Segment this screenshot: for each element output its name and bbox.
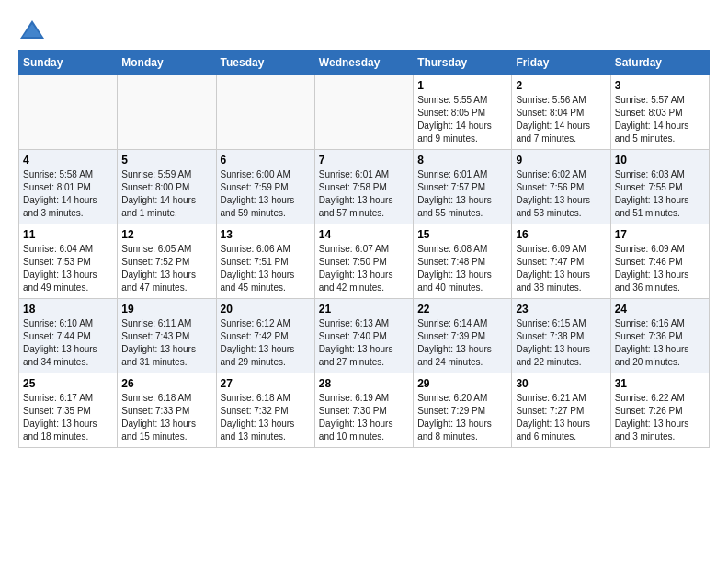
day-info: Sunrise: 6:21 AM Sunset: 7:27 PM Dayligh… [516,392,606,443]
calendar-cell: 8Sunrise: 6:01 AM Sunset: 7:57 PM Daylig… [414,150,512,224]
day-number: 24 [615,303,705,316]
calendar-cell: 13Sunrise: 6:06 AM Sunset: 7:51 PM Dayli… [216,224,314,299]
calendar-cell: 20Sunrise: 6:12 AM Sunset: 7:42 PM Dayli… [216,299,314,373]
calendar-cell: 23Sunrise: 6:15 AM Sunset: 7:38 PM Dayli… [512,299,610,373]
calendar-cell: 26Sunrise: 6:18 AM Sunset: 7:33 PM Dayli… [118,373,216,448]
day-info: Sunrise: 6:15 AM Sunset: 7:38 PM Dayligh… [516,317,606,369]
day-number: 16 [516,228,606,241]
day-number: 2 [516,79,606,92]
calendar-cell: 11Sunrise: 6:04 AM Sunset: 7:53 PM Dayli… [19,224,118,299]
day-number: 6 [221,154,311,167]
weekday-header-row: SundayMondayTuesdayWednesdayThursdayFrid… [19,51,710,75]
day-number: 27 [221,377,311,390]
day-number: 31 [615,377,705,390]
header [18,18,710,40]
calendar-cell: 19Sunrise: 6:11 AM Sunset: 7:43 PM Dayli… [118,299,216,373]
day-info: Sunrise: 6:16 AM Sunset: 7:36 PM Dayligh… [615,317,705,369]
calendar-cell: 18Sunrise: 6:10 AM Sunset: 7:44 PM Dayli… [19,299,118,373]
calendar-cell: 3Sunrise: 5:57 AM Sunset: 8:03 PM Daylig… [610,75,709,150]
calendar-cell: 29Sunrise: 6:20 AM Sunset: 7:29 PM Dayli… [414,373,512,448]
day-number: 1 [417,79,507,92]
calendar-cell [314,75,413,150]
day-number: 15 [417,228,507,241]
day-info: Sunrise: 6:08 AM Sunset: 7:48 PM Dayligh… [417,243,507,294]
calendar-cell: 24Sunrise: 6:16 AM Sunset: 7:36 PM Dayli… [610,299,709,373]
calendar-cell: 21Sunrise: 6:13 AM Sunset: 7:40 PM Dayli… [314,299,413,373]
day-number: 13 [221,228,311,241]
day-info: Sunrise: 6:18 AM Sunset: 7:32 PM Dayligh… [221,392,311,443]
calendar-cell: 15Sunrise: 6:08 AM Sunset: 7:48 PM Dayli… [414,224,512,299]
weekday-header-wednesday: Wednesday [314,51,413,75]
day-info: Sunrise: 6:09 AM Sunset: 7:47 PM Dayligh… [516,243,606,294]
day-number: 19 [121,303,211,316]
day-number: 7 [319,154,409,167]
weekday-header-saturday: Saturday [610,51,709,75]
day-number: 4 [23,154,113,167]
day-info: Sunrise: 6:04 AM Sunset: 7:53 PM Dayligh… [23,243,113,294]
day-number: 10 [615,154,705,167]
calendar-cell [216,75,314,150]
day-number: 26 [121,377,211,390]
day-info: Sunrise: 6:22 AM Sunset: 7:26 PM Dayligh… [615,392,705,443]
day-number: 21 [319,303,409,316]
day-info: Sunrise: 6:14 AM Sunset: 7:39 PM Dayligh… [417,317,507,369]
weekday-header-friday: Friday [512,51,610,75]
calendar-cell [118,75,216,150]
day-number: 3 [615,79,705,92]
calendar-cell: 28Sunrise: 6:19 AM Sunset: 7:30 PM Dayli… [314,373,413,448]
calendar-cell: 25Sunrise: 6:17 AM Sunset: 7:35 PM Dayli… [19,373,118,448]
day-info: Sunrise: 6:00 AM Sunset: 7:59 PM Dayligh… [221,168,311,220]
day-info: Sunrise: 6:09 AM Sunset: 7:46 PM Dayligh… [615,243,705,294]
day-info: Sunrise: 6:03 AM Sunset: 7:55 PM Dayligh… [615,168,705,220]
calendar-cell [19,75,118,150]
day-info: Sunrise: 6:20 AM Sunset: 7:29 PM Dayligh… [417,392,507,443]
day-number: 18 [23,303,113,316]
calendar-cell: 1Sunrise: 5:55 AM Sunset: 8:05 PM Daylig… [414,75,512,150]
week-row-3: 11Sunrise: 6:04 AM Sunset: 7:53 PM Dayli… [19,224,710,299]
day-number: 8 [417,154,507,167]
day-number: 9 [516,154,606,167]
calendar-cell: 9Sunrise: 6:02 AM Sunset: 7:56 PM Daylig… [512,150,610,224]
calendar-cell: 16Sunrise: 6:09 AM Sunset: 7:47 PM Dayli… [512,224,610,299]
calendar-cell: 27Sunrise: 6:18 AM Sunset: 7:32 PM Dayli… [216,373,314,448]
weekday-header-monday: Monday [118,51,216,75]
day-number: 17 [615,228,705,241]
day-info: Sunrise: 5:58 AM Sunset: 8:01 PM Dayligh… [23,168,113,220]
day-info: Sunrise: 5:59 AM Sunset: 8:00 PM Dayligh… [121,168,211,220]
day-info: Sunrise: 6:01 AM Sunset: 7:57 PM Dayligh… [417,168,507,220]
day-number: 29 [417,377,507,390]
day-number: 28 [319,377,409,390]
calendar: SundayMondayTuesdayWednesdayThursdayFrid… [18,50,710,448]
week-row-1: 1Sunrise: 5:55 AM Sunset: 8:05 PM Daylig… [19,75,710,150]
day-number: 23 [516,303,606,316]
day-info: Sunrise: 5:55 AM Sunset: 8:05 PM Dayligh… [417,94,507,145]
day-info: Sunrise: 6:12 AM Sunset: 7:42 PM Dayligh… [221,317,311,369]
logo-icon [18,18,46,40]
day-info: Sunrise: 6:18 AM Sunset: 7:33 PM Dayligh… [121,392,211,443]
day-number: 30 [516,377,606,390]
calendar-cell: 14Sunrise: 6:07 AM Sunset: 7:50 PM Dayli… [314,224,413,299]
day-number: 11 [23,228,113,241]
day-info: Sunrise: 6:05 AM Sunset: 7:52 PM Dayligh… [121,243,211,294]
calendar-cell: 10Sunrise: 6:03 AM Sunset: 7:55 PM Dayli… [610,150,709,224]
day-info: Sunrise: 5:56 AM Sunset: 8:04 PM Dayligh… [516,94,606,145]
day-number: 12 [121,228,211,241]
calendar-cell: 4Sunrise: 5:58 AM Sunset: 8:01 PM Daylig… [19,150,118,224]
day-info: Sunrise: 6:07 AM Sunset: 7:50 PM Dayligh… [319,243,409,294]
day-info: Sunrise: 6:06 AM Sunset: 7:51 PM Dayligh… [221,243,311,294]
calendar-cell: 31Sunrise: 6:22 AM Sunset: 7:26 PM Dayli… [610,373,709,448]
day-info: Sunrise: 5:57 AM Sunset: 8:03 PM Dayligh… [615,94,705,145]
day-number: 14 [319,228,409,241]
weekday-header-tuesday: Tuesday [216,51,314,75]
calendar-cell: 17Sunrise: 6:09 AM Sunset: 7:46 PM Dayli… [610,224,709,299]
logo [18,18,50,40]
calendar-cell: 6Sunrise: 6:00 AM Sunset: 7:59 PM Daylig… [216,150,314,224]
day-number: 25 [23,377,113,390]
day-info: Sunrise: 6:11 AM Sunset: 7:43 PM Dayligh… [121,317,211,369]
calendar-cell: 2Sunrise: 5:56 AM Sunset: 8:04 PM Daylig… [512,75,610,150]
day-info: Sunrise: 6:10 AM Sunset: 7:44 PM Dayligh… [23,317,113,369]
week-row-5: 25Sunrise: 6:17 AM Sunset: 7:35 PM Dayli… [19,373,710,448]
day-info: Sunrise: 6:01 AM Sunset: 7:58 PM Dayligh… [319,168,409,220]
calendar-cell: 30Sunrise: 6:21 AM Sunset: 7:27 PM Dayli… [512,373,610,448]
day-number: 20 [221,303,311,316]
